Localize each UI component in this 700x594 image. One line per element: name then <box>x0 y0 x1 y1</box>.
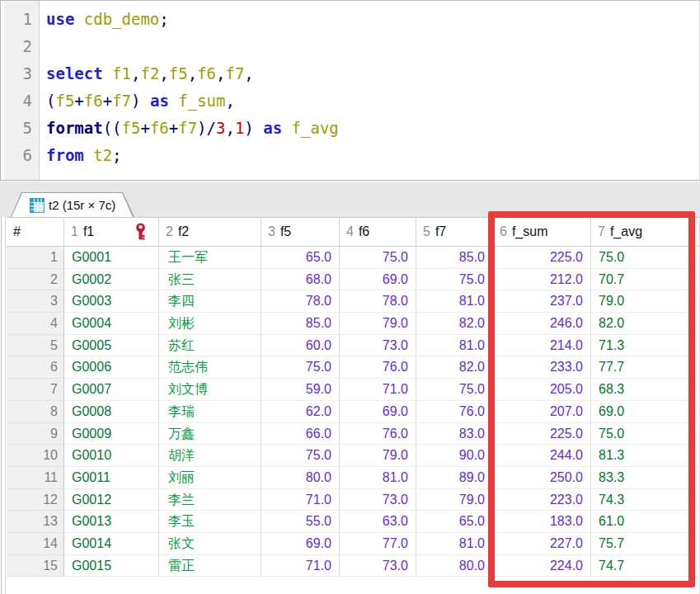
cell-f1[interactable]: G0004 <box>64 313 159 335</box>
cell-row-number[interactable]: 7 <box>7 379 64 401</box>
cell-f6[interactable]: 73.0 <box>340 555 416 578</box>
cell-f6[interactable]: 79.0 <box>340 445 416 467</box>
table-row[interactable]: 10G0010胡洋75.079.090.0244.081.3 <box>7 445 700 467</box>
cell-f6[interactable]: 77.0 <box>340 533 416 555</box>
sql-editor[interactable]: 123456 use cdb_demo;select f1,f2,f5,f6,f… <box>0 0 700 181</box>
cell-f5[interactable]: 80.0 <box>261 467 340 489</box>
table-row[interactable]: 8G0008李瑞62.069.076.0207.069.0 <box>7 401 700 423</box>
cell-f7[interactable]: 81.0 <box>416 335 493 357</box>
cell-f7[interactable]: 75.0 <box>416 269 493 291</box>
cell-f7[interactable]: 81.0 <box>416 290 493 313</box>
cell-f_sum[interactable]: 212.0 <box>493 269 591 291</box>
cell-f_avg[interactable]: 83.3 <box>591 467 700 489</box>
cell-f_avg[interactable]: 68.3 <box>591 379 700 401</box>
cell-f_sum[interactable]: 225.0 <box>493 247 591 269</box>
cell-f5[interactable]: 60.0 <box>261 335 340 357</box>
result-tab-t2[interactable]: t2 (15r × 7c) <box>12 193 134 217</box>
sql-code-area[interactable]: use cdb_demo;select f1,f2,f5,f6,f7,(f5+f… <box>46 1 698 169</box>
cell-f1[interactable]: G0006 <box>64 356 159 379</box>
cell-f7[interactable]: 85.0 <box>416 247 493 269</box>
column-header-f_sum[interactable]: 6f_sum <box>493 218 591 246</box>
cell-f_sum[interactable]: 227.0 <box>493 533 591 555</box>
cell-f6[interactable]: 63.0 <box>340 511 416 533</box>
cell-f2[interactable]: 张文 <box>159 533 261 555</box>
cell-f_sum[interactable]: 237.0 <box>493 290 591 313</box>
cell-f5[interactable]: 66.0 <box>261 423 340 446</box>
cell-f5[interactable]: 55.0 <box>261 511 340 533</box>
cell-row-number[interactable]: 4 <box>7 313 64 335</box>
table-row[interactable]: 4G0004刘彬85.079.082.0246.082.0 <box>7 313 700 335</box>
cell-f7[interactable]: 82.0 <box>416 356 493 379</box>
cell-f5[interactable]: 71.0 <box>261 555 340 578</box>
cell-f5[interactable]: 59.0 <box>261 379 340 401</box>
code-line-2[interactable] <box>46 33 698 60</box>
cell-row-number[interactable]: 1 <box>7 247 64 269</box>
cell-f1[interactable]: G0007 <box>64 379 159 401</box>
cell-f5[interactable]: 69.0 <box>261 533 340 555</box>
cell-f2[interactable]: 张三 <box>159 269 261 291</box>
cell-row-number[interactable]: 6 <box>7 356 64 379</box>
cell-f6[interactable]: 69.0 <box>340 401 416 423</box>
table-row[interactable]: 15G0015雷正71.073.080.0224.074.7 <box>7 555 700 578</box>
cell-f_avg[interactable]: 77.7 <box>591 356 700 379</box>
code-line-6[interactable]: from t2; <box>46 142 698 169</box>
cell-f_sum[interactable]: 233.0 <box>493 356 591 379</box>
cell-row-number[interactable]: 3 <box>7 290 64 313</box>
cell-f_avg[interactable]: 81.3 <box>591 445 700 467</box>
cell-f_sum[interactable]: 205.0 <box>493 379 591 401</box>
cell-f5[interactable]: 71.0 <box>261 489 340 512</box>
cell-f1[interactable]: G0013 <box>64 511 159 533</box>
cell-f1[interactable]: G0005 <box>64 335 159 357</box>
cell-f_avg[interactable]: 74.7 <box>591 555 700 578</box>
cell-f5[interactable]: 78.0 <box>261 290 340 313</box>
cell-f_sum[interactable]: 207.0 <box>493 401 591 423</box>
code-line-4[interactable]: (f5+f6+f7) as f_sum, <box>46 87 698 115</box>
table-row[interactable]: 5G0005苏红60.073.081.0214.071.3 <box>7 335 700 357</box>
cell-row-number[interactable]: 11 <box>7 467 64 489</box>
cell-f1[interactable]: G0001 <box>64 247 159 269</box>
column-header-f5[interactable]: 3f5 <box>261 218 340 246</box>
cell-f_avg[interactable]: 70.7 <box>591 269 700 291</box>
column-header-f2[interactable]: 2f2 <box>159 218 261 246</box>
cell-f1[interactable]: G0010 <box>64 445 159 467</box>
table-row[interactable]: 1G0001王一军65.075.085.0225.075.0 <box>7 247 700 269</box>
code-line-3[interactable]: select f1,f2,f5,f6,f7, <box>46 60 698 87</box>
cell-f_avg[interactable]: 75.0 <box>591 247 700 269</box>
cell-f5[interactable]: 85.0 <box>261 313 340 335</box>
cell-f7[interactable]: 82.0 <box>416 313 493 335</box>
cell-f6[interactable]: 75.0 <box>340 247 416 269</box>
cell-f2[interactable]: 雷正 <box>159 555 261 578</box>
cell-f_sum[interactable]: 246.0 <box>493 313 591 335</box>
cell-f5[interactable]: 62.0 <box>261 401 340 423</box>
cell-f_sum[interactable]: 250.0 <box>493 467 591 489</box>
column-header-f_avg[interactable]: 7f_avg <box>591 218 700 246</box>
cell-f2[interactable]: 刘文博 <box>159 379 261 401</box>
cell-f2[interactable]: 李玉 <box>159 511 261 533</box>
table-row[interactable]: 9G0009万鑫66.076.083.0225.075.0 <box>7 423 700 446</box>
cell-f1[interactable]: G0009 <box>64 423 159 446</box>
cell-f5[interactable]: 68.0 <box>261 269 340 291</box>
cell-f7[interactable]: 90.0 <box>416 445 493 467</box>
cell-f_sum[interactable]: 214.0 <box>493 335 591 357</box>
cell-f5[interactable]: 65.0 <box>261 247 340 269</box>
cell-row-number[interactable]: 12 <box>7 489 64 512</box>
cell-f6[interactable]: 71.0 <box>340 379 416 401</box>
cell-f_sum[interactable]: 183.0 <box>493 511 591 533</box>
cell-row-number[interactable]: 13 <box>7 511 64 533</box>
cell-f7[interactable]: 65.0 <box>416 511 493 533</box>
cell-f_sum[interactable]: 223.0 <box>493 489 591 512</box>
cell-f2[interactable]: 李四 <box>159 290 261 313</box>
cell-f_sum[interactable]: 244.0 <box>493 445 591 467</box>
column-header-f1[interactable]: 1f1 <box>64 218 159 246</box>
cell-f_avg[interactable]: 61.0 <box>591 511 700 533</box>
cell-f5[interactable]: 75.0 <box>261 445 340 467</box>
cell-f2[interactable]: 李兰 <box>159 489 261 512</box>
cell-f6[interactable]: 69.0 <box>340 269 416 291</box>
table-row[interactable]: 14G0014张文69.077.081.0227.075.7 <box>7 533 700 555</box>
cell-f2[interactable]: 范志伟 <box>159 356 261 379</box>
cell-row-number[interactable]: 2 <box>7 269 64 291</box>
cell-row-number[interactable]: 9 <box>7 423 64 446</box>
cell-f2[interactable]: 刘彬 <box>159 313 261 335</box>
cell-f_avg[interactable]: 75.0 <box>591 423 700 446</box>
cell-f_avg[interactable]: 71.3 <box>591 335 700 357</box>
